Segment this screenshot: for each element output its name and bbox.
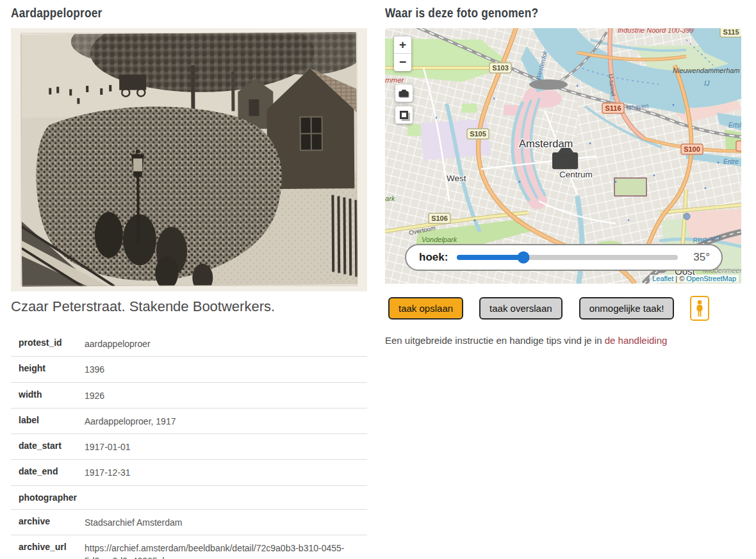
metadata-value xyxy=(85,492,367,503)
save-task-button[interactable]: taak opslaan xyxy=(388,297,463,320)
attribution-separator: | © xyxy=(673,275,686,282)
zoom-in-button[interactable]: + xyxy=(394,36,411,54)
metadata-row: label Aardappeloproer, 1917 xyxy=(11,409,367,434)
instruction-prefix: Een uitgebreide instructie en handige ti… xyxy=(385,335,605,346)
person-mode-button[interactable] xyxy=(690,296,709,321)
photo-caption: Czaar Peterstraat. Stakende Bootwerkers. xyxy=(11,298,367,315)
map-label-ertshaven: Ertsh xyxy=(728,122,741,129)
metadata-value: https://archief.amsterdam/beeldbank/deta… xyxy=(85,542,367,559)
road-shield-s116: S116 xyxy=(602,103,624,113)
geotag-panel: Waar is deze foto genomen? xyxy=(385,0,741,23)
svg-text:S100: S100 xyxy=(684,145,700,153)
metadata-key: date_end xyxy=(19,466,85,479)
metadata-key: photographer xyxy=(19,492,85,503)
metadata-key: label xyxy=(19,415,85,428)
angle-slider[interactable] xyxy=(457,255,678,260)
metadata-key: width xyxy=(19,389,85,402)
map-label-west: West xyxy=(447,174,466,183)
angle-control-panel: hoek: 35° xyxy=(405,244,723,271)
hoek-slider-fill xyxy=(457,255,523,260)
map-label-ij: IJ xyxy=(704,79,710,87)
map-label-park: park xyxy=(385,195,395,202)
frame-select-tool-button[interactable] xyxy=(395,106,413,124)
instruction-text: Een uitgebreide instructie en handige ti… xyxy=(385,335,667,346)
metadata-row: archive Stadsarchief Amsterdam xyxy=(11,510,367,535)
protest-photo-image xyxy=(11,28,367,291)
road-shield-s103: S103 xyxy=(489,63,511,73)
zoom-control: + − xyxy=(394,36,411,71)
metadata-row: date_start 1917-01-01 xyxy=(11,434,367,460)
manual-link[interactable]: de handleiding xyxy=(605,335,668,346)
map-label-amsterdam: Amsterdam xyxy=(519,138,573,149)
camera-icon xyxy=(399,89,409,98)
photo-panel: Aardappeloproer xyxy=(11,0,367,23)
road-shield-s115: S115 xyxy=(720,28,741,37)
metadata-row: protest_id aardappeloproer xyxy=(11,331,367,357)
metadata-row: date_end 1917-12-31 xyxy=(11,460,367,485)
metadata-row: photographer xyxy=(11,486,367,510)
angle-slider-thumb[interactable] xyxy=(517,252,529,264)
map-label-nieuwendammerham: Nieuwendammerham xyxy=(673,67,740,74)
map[interactable]: S103 S105 S106 S116 S100 S115 xyxy=(385,28,741,284)
leaflet-link[interactable]: Leaflet xyxy=(652,275,673,282)
metadata-row: height 1396 xyxy=(11,357,367,382)
map-label-entrepothaven: Entre xyxy=(723,158,739,165)
metadata-value: Stadsarchief Amsterdam xyxy=(85,516,367,529)
metadata-key: archive_url xyxy=(19,542,85,559)
svg-text:S115: S115 xyxy=(723,28,739,36)
metadata-value: Aardappeloproer, 1917 xyxy=(85,415,367,428)
angle-value: 35° xyxy=(688,251,710,264)
metadata-key: archive xyxy=(19,516,85,529)
metadata-table: protest_id aardappeloproer height 1396 w… xyxy=(11,331,367,559)
map-attribution: Leaflet | © OpenStreetMap xyxy=(650,275,739,282)
place-camera-tool-button[interactable] xyxy=(395,85,413,102)
metadata-value: 1917-01-01 xyxy=(85,441,367,453)
protest-photo xyxy=(11,28,367,291)
angle-label: hoek: xyxy=(419,251,448,264)
skip-task-button[interactable]: taak overslaan xyxy=(479,297,563,320)
map-question-title: Waar is deze foto genomen? xyxy=(385,0,741,23)
metadata-row: archive_url https://archief.amsterdam/be… xyxy=(11,535,367,559)
metadata-key: height xyxy=(19,363,85,376)
metadata-key: date_start xyxy=(19,441,85,453)
map-label-centrum: Centrum xyxy=(559,170,593,179)
svg-text:S105: S105 xyxy=(470,130,486,138)
map-label-spaarndammer: mmer xyxy=(385,76,405,84)
road-shield-s105: S105 xyxy=(467,129,489,139)
map-label-vondelpark: Vondelpark xyxy=(422,236,457,243)
impossible-task-button[interactable]: onmogelijke taak! xyxy=(579,297,675,320)
svg-text:S116: S116 xyxy=(605,104,621,112)
metadata-value: 1396 xyxy=(85,363,367,376)
metadata-value: 1917-12-31 xyxy=(85,466,367,479)
task-buttons-row: taak opslaan taak overslaan onmogelijke … xyxy=(388,297,709,321)
metadata-key: protest_id xyxy=(19,337,85,350)
metadata-row: width 1926 xyxy=(11,383,367,409)
zoom-out-button[interactable]: − xyxy=(394,54,411,71)
road-shield-s100: S100 xyxy=(681,144,703,154)
map-label-industrie-noord: Industrie Noord 100-399 xyxy=(618,28,694,34)
metadata-value: aardappeloproer xyxy=(85,337,367,350)
metadata-value: 1926 xyxy=(85,389,367,402)
road-shield-clipped xyxy=(736,141,741,151)
svg-text:S106: S106 xyxy=(431,215,448,222)
frame-icon xyxy=(400,111,408,119)
photo-panel-title: Aardappeloproer xyxy=(11,0,367,23)
map-junction-dot xyxy=(684,213,690,220)
osm-link[interactable]: OpenStreetMap xyxy=(686,275,736,282)
road-shield-s106: S106 xyxy=(429,213,450,223)
person-icon xyxy=(694,299,705,318)
svg-text:S103: S103 xyxy=(492,64,509,72)
